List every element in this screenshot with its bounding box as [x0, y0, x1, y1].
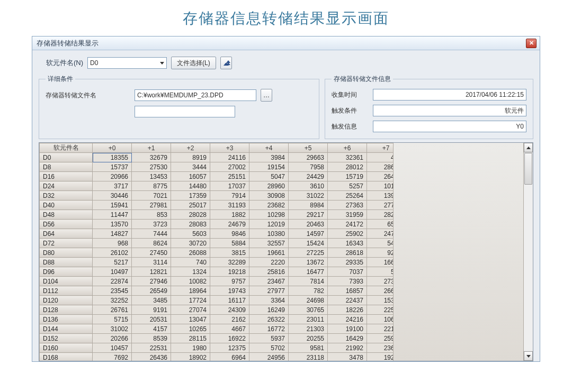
scroll-up-button[interactable]: [524, 143, 533, 152]
cell[interactable]: 24172: [328, 220, 367, 229]
cell[interactable]: 31022: [289, 191, 328, 200]
cell[interactable]: 3364: [249, 296, 289, 305]
cell[interactable]: 7914: [210, 191, 249, 200]
cell[interactable]: 16117: [210, 296, 249, 305]
cell[interactable]: 14597: [289, 229, 328, 239]
cell[interactable]: 32557: [249, 239, 289, 248]
cell[interactable]: 11447: [93, 210, 132, 220]
cell[interactable]: 9225: [367, 248, 394, 258]
cell[interactable]: 23118: [289, 353, 328, 361]
cell[interactable]: 20266: [93, 334, 132, 343]
cell[interactable]: 3444: [171, 162, 210, 172]
cell[interactable]: 18964: [171, 286, 210, 296]
cell[interactable]: 8775: [132, 181, 171, 191]
cell[interactable]: 10697: [367, 315, 394, 324]
col-header[interactable]: +3: [210, 143, 249, 153]
cell[interactable]: 21992: [328, 343, 367, 353]
cell[interactable]: 5257: [328, 181, 367, 191]
cell[interactable]: 16249: [249, 305, 289, 315]
cell[interactable]: 9846: [210, 229, 249, 239]
cell[interactable]: 27363: [328, 200, 367, 210]
table-row[interactable]: D96104971282113241921825816164777037502: [40, 267, 394, 277]
cell[interactable]: 24429: [289, 172, 328, 181]
cell[interactable]: 20255: [289, 334, 328, 343]
row-header[interactable]: D88: [40, 258, 93, 267]
cell[interactable]: 5217: [93, 258, 132, 267]
cell[interactable]: 19100: [328, 324, 367, 334]
scroll-track[interactable]: [524, 153, 533, 351]
cell[interactable]: 22874: [93, 277, 132, 286]
cell[interactable]: 22506: [367, 305, 394, 315]
file-select-button[interactable]: 文件选择(L): [171, 57, 216, 69]
cell[interactable]: 10265: [171, 324, 210, 334]
cell[interactable]: 30720: [171, 239, 210, 248]
cell[interactable]: 5702: [249, 343, 289, 353]
table-row[interactable]: D323044670211735979143090831022252641399…: [40, 191, 394, 200]
cell[interactable]: 5937: [249, 334, 289, 343]
table-row[interactable]: D144310024157102654667167722130319100221…: [40, 324, 394, 334]
row-header[interactable]: D136: [40, 315, 93, 324]
cell[interactable]: 5047: [249, 172, 289, 181]
cell[interactable]: 24679: [210, 220, 249, 229]
row-header[interactable]: D120: [40, 296, 93, 305]
cell[interactable]: 6964: [210, 353, 249, 361]
row-header[interactable]: D152: [40, 334, 93, 343]
row-header[interactable]: D48: [40, 210, 93, 220]
row-header[interactable]: D72: [40, 239, 93, 248]
cell[interactable]: 15941: [93, 200, 132, 210]
cell[interactable]: 18902: [171, 353, 210, 361]
row-header[interactable]: D24: [40, 181, 93, 191]
cell[interactable]: 13047: [171, 315, 210, 324]
table-row[interactable]: D401594127981250173119323682898427363277…: [40, 200, 394, 210]
cell[interactable]: 20966: [93, 172, 132, 181]
cell[interactable]: 12375: [210, 343, 249, 353]
cell[interactable]: 28960: [249, 181, 289, 191]
cell[interactable]: 30908: [249, 191, 289, 200]
vertical-scrollbar[interactable]: [523, 143, 533, 361]
cell[interactable]: 22437: [328, 296, 367, 305]
table-row[interactable]: D641482774445603984610380145972590224775: [40, 229, 394, 239]
cell[interactable]: 8919: [171, 153, 210, 162]
cell[interactable]: 24216: [328, 315, 367, 324]
cell[interactable]: 23467: [249, 277, 289, 286]
table-row[interactable]: D160104572253119801237557029581219922364…: [40, 343, 394, 353]
cell[interactable]: 23645: [367, 343, 394, 353]
cell[interactable]: 3984: [249, 153, 289, 162]
cell[interactable]: 7444: [132, 229, 171, 239]
table-row[interactable]: D481144785328028188210298292173195928249: [40, 210, 394, 220]
row-header[interactable]: D64: [40, 229, 93, 239]
cell[interactable]: 782: [289, 286, 328, 296]
row-header[interactable]: D0: [40, 153, 93, 162]
cell[interactable]: 7958: [289, 162, 328, 172]
cell[interactable]: 27225: [289, 248, 328, 258]
cell[interactable]: 31002: [93, 324, 132, 334]
cell[interactable]: 13453: [132, 172, 171, 181]
cell[interactable]: 3723: [132, 220, 171, 229]
row-header[interactable]: D56: [40, 220, 93, 229]
cell[interactable]: 26088: [171, 248, 210, 258]
cell[interactable]: 21303: [289, 324, 328, 334]
collapse-button[interactable]: [220, 57, 232, 69]
cell[interactable]: 31193: [210, 200, 249, 210]
cell[interactable]: 7037: [328, 267, 367, 277]
cell[interactable]: 22531: [132, 343, 171, 353]
cell[interactable]: 23545: [93, 286, 132, 296]
cell[interactable]: 1882: [210, 210, 249, 220]
cell[interactable]: 23682: [249, 200, 289, 210]
cell[interactable]: 19661: [249, 248, 289, 258]
cell[interactable]: 12019: [249, 220, 289, 229]
cell[interactable]: 24956: [249, 353, 289, 361]
cell[interactable]: 17724: [171, 296, 210, 305]
cell[interactable]: 13672: [289, 258, 328, 267]
cell[interactable]: 3478: [328, 353, 367, 361]
cell[interactable]: 32679: [132, 153, 171, 162]
cell[interactable]: 24698: [289, 296, 328, 305]
col-header[interactable]: +1: [132, 143, 171, 153]
cell[interactable]: 14480: [171, 181, 210, 191]
cell[interactable]: 16631: [367, 258, 394, 267]
cell[interactable]: 30446: [93, 191, 132, 200]
cell[interactable]: 16857: [328, 286, 367, 296]
cell[interactable]: 32252: [93, 296, 132, 305]
dump-file-name-field[interactable]: C:¥work¥MEMDUMP_23.DPD: [135, 89, 256, 101]
cell[interactable]: 10457: [93, 343, 132, 353]
